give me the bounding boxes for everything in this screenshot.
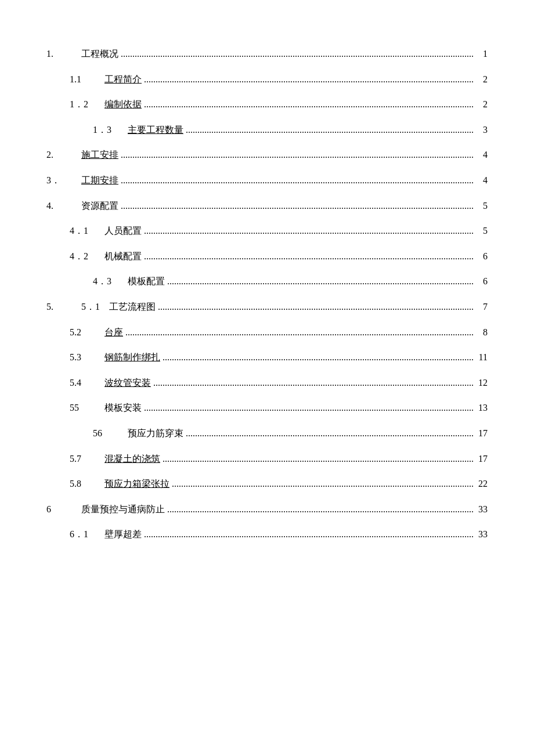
toc-item-number: 3．	[46, 173, 81, 188]
toc-item-number: 1．2	[70, 97, 104, 112]
toc-item-dots	[121, 46, 474, 62]
toc-item-dots	[163, 451, 474, 466]
toc-item: 56预应力筋穿束17	[46, 426, 488, 441]
toc-item-number: 6．1	[70, 527, 104, 542]
toc-item-dots	[144, 249, 474, 264]
toc-item: 55模板安装13	[46, 400, 488, 415]
toc-item-label: 壁厚超差	[104, 527, 142, 542]
toc-item: 1.1工程简介2	[46, 72, 488, 87]
toc-item-label: 编制依据	[104, 97, 142, 112]
toc-item: 5.4波纹管安装12	[46, 375, 488, 390]
toc-item-dots	[172, 476, 474, 491]
toc-item-label: 模板配置	[128, 274, 165, 289]
toc-item-label: 工期安排	[81, 173, 118, 188]
toc-item-page: 17	[476, 426, 488, 441]
toc-item: 2.施工安排4	[46, 147, 488, 162]
toc-item-label: 5．1 工艺流程图	[81, 299, 156, 314]
toc-item-number: 55	[70, 400, 104, 415]
toc-item-page: 2	[476, 97, 488, 112]
toc-item-page: 11	[476, 350, 488, 365]
toc-item-number: 6	[46, 502, 81, 517]
toc-item-label: 钢筋制作绑扎	[104, 350, 160, 365]
toc-item: 5.2台座8	[46, 325, 488, 340]
toc-item-page: 17	[476, 451, 488, 466]
toc-item-dots	[186, 122, 474, 138]
toc-item-page: 33	[476, 527, 488, 542]
toc-item-page: 6	[476, 249, 488, 264]
toc-item: 1．2编制依据2	[46, 97, 488, 112]
toc-item-dots	[144, 97, 474, 112]
toc-item-label: 资源配置	[81, 198, 118, 214]
toc-item-number: 4．3	[93, 274, 128, 289]
toc-item-dots	[158, 299, 474, 314]
toc-item-page: 4	[476, 147, 488, 162]
toc-item-number: 4.	[46, 198, 81, 214]
toc-item-dots	[186, 426, 474, 441]
toc-item-dots	[163, 350, 474, 365]
toc-item-dots	[121, 173, 474, 188]
toc-item-label: 质量预控与通病防止	[81, 502, 165, 517]
toc-item-dots	[125, 325, 474, 340]
toc-item-label: 人员配置	[104, 223, 142, 238]
toc-item-label: 工程概况	[81, 46, 118, 62]
toc-item-number: 1．3	[93, 122, 128, 138]
toc-item: 5.3钢筋制作绑扎11	[46, 350, 488, 365]
toc-item-number: 1.1	[70, 72, 104, 87]
toc-item-page: 13	[476, 400, 488, 415]
toc-item: 4.资源配置5	[46, 198, 488, 214]
toc-item-page: 5	[476, 198, 488, 214]
toc-item-page: 5	[476, 223, 488, 238]
toc-item-label: 预应力筋穿束	[128, 426, 183, 441]
toc-item-label: 混凝土的浇筑	[104, 451, 160, 466]
toc-item-dots	[144, 223, 474, 238]
toc-item-number: 1.	[46, 46, 81, 62]
toc-item: 3．工期安排4	[46, 173, 488, 188]
toc-item-label: 台座	[104, 325, 123, 340]
toc-item-label: 模板安装	[104, 400, 142, 415]
toc-item-dots	[121, 198, 474, 214]
toc-item-number: 4．1	[70, 223, 104, 238]
toc-item-number: 2.	[46, 147, 81, 162]
toc-item-number: 5.7	[70, 451, 104, 466]
toc-item-number: 5.3	[70, 350, 104, 365]
toc-item-page: 6	[476, 274, 488, 289]
toc-item-label: 波纹管安装	[104, 375, 151, 390]
toc-item-dots	[167, 502, 474, 517]
toc-item-dots	[167, 274, 474, 289]
toc-item: 6．1壁厚超差33	[46, 527, 488, 542]
toc-item-number: 5.4	[70, 375, 104, 390]
toc-item-dots	[144, 527, 474, 542]
toc-item-page: 12	[476, 375, 488, 390]
toc-item-label: 机械配置	[104, 249, 142, 264]
toc-item: 4．3模板配置6	[46, 274, 488, 289]
toc-item-label: 工程简介	[104, 72, 142, 87]
toc-item-dots	[121, 147, 474, 162]
table-of-contents: 1.工程概况11.1工程简介21．2编制依据21．3主要工程数量32.施工安排4…	[46, 46, 488, 542]
toc-item: 4．2机械配置6	[46, 249, 488, 264]
toc-item: 6质量预控与通病防止33	[46, 502, 488, 517]
toc-item-page: 2	[476, 72, 488, 87]
toc-item-number: 4．2	[70, 249, 104, 264]
toc-item: 5.8预应力箱梁张拉22	[46, 476, 488, 491]
toc-item-label: 主要工程数量	[128, 122, 183, 138]
toc-item-number: 5.8	[70, 476, 104, 491]
toc-item-page: 4	[476, 173, 488, 188]
toc-item-dots	[144, 72, 474, 87]
toc-item: 5.5．1 工艺流程图7	[46, 299, 488, 314]
toc-item-number: 56	[93, 426, 128, 441]
toc-item-page: 8	[476, 325, 488, 340]
toc-item: 1.工程概况1	[46, 46, 488, 62]
toc-item-dots	[153, 375, 474, 390]
toc-item-page: 7	[476, 299, 488, 314]
toc-item-page: 33	[476, 502, 488, 517]
toc-item-dots	[144, 400, 474, 415]
toc-item: 1．3主要工程数量3	[46, 122, 488, 138]
toc-item-page: 1	[476, 46, 488, 62]
toc-item-label: 施工安排	[81, 147, 118, 162]
toc-item-page: 3	[476, 122, 488, 138]
toc-item: 4．1人员配置5	[46, 223, 488, 238]
toc-item-page: 22	[476, 476, 488, 491]
toc-item-number: 5.2	[70, 325, 104, 340]
toc-item: 5.7混凝土的浇筑17	[46, 451, 488, 466]
toc-item-number: 5.	[46, 299, 81, 314]
